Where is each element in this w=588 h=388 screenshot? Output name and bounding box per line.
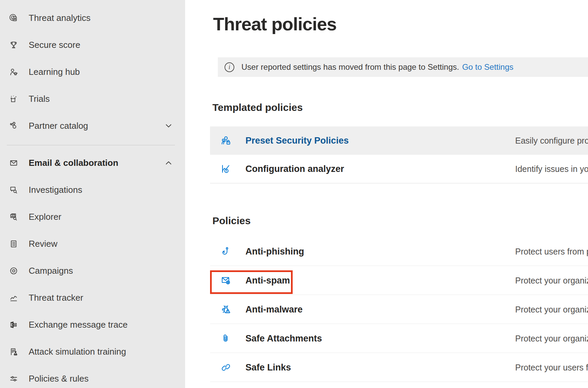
- section-heading-policies: Policies: [212, 215, 251, 227]
- threat-analytics-icon: [9, 13, 19, 23]
- row-description: Easily configure prot: [515, 136, 588, 146]
- attack-simulation-training-icon: [9, 347, 19, 357]
- chevron-up-icon[interactable]: [164, 158, 173, 167]
- email-collaboration-icon: [9, 158, 19, 168]
- row-label[interactable]: Safe Links: [245, 362, 291, 372]
- policies-rules-icon: [9, 374, 19, 384]
- partner-catalog-icon: [9, 121, 19, 131]
- sidebar-divider: [7, 145, 175, 145]
- row-description: Protect your users fr: [515, 362, 588, 372]
- sidebar-item-policies-rules[interactable]: Policies & rules: [0, 365, 185, 388]
- sidebar: Threat analytics Secure score Learning h…: [0, 0, 185, 388]
- anti-spam-icon: [220, 275, 232, 286]
- row-description: Protect your organiz: [515, 333, 588, 343]
- sidebar-item-review[interactable]: Review: [0, 230, 185, 257]
- row-description: Protect your organiz: [515, 275, 588, 285]
- sidebar-item-label: Exchange message trace: [29, 320, 127, 330]
- sidebar-item-investigations[interactable]: Investigations: [0, 176, 185, 203]
- row-description: Protect users from p: [515, 246, 588, 256]
- row-safe-attachments[interactable]: Safe Attachments Protect your organiz: [210, 324, 588, 353]
- go-to-settings-link[interactable]: Go to Settings: [462, 62, 513, 72]
- row-preset-security-policies[interactable]: Preset Security Policies Easily configur…: [210, 126, 588, 155]
- sidebar-item-label: Attack simulation training: [29, 347, 126, 357]
- investigations-icon: [9, 185, 19, 195]
- sidebar-item-email-collaboration[interactable]: Email & collaboration: [0, 149, 185, 176]
- section-heading-templated-policies: Templated policies: [212, 102, 303, 113]
- sidebar-item-secure-score[interactable]: Secure score: [0, 31, 185, 58]
- sidebar-item-campaigns[interactable]: Campaigns: [0, 257, 185, 284]
- row-anti-malware[interactable]: Anti-malware Protect your organiz: [210, 295, 588, 324]
- sidebar-item-exchange-message-trace[interactable]: Exchange message trace: [0, 311, 185, 338]
- trials-icon: [9, 94, 19, 104]
- sidebar-item-attack-simulation-training[interactable]: Attack simulation training: [0, 338, 185, 365]
- sidebar-item-explorer[interactable]: Explorer: [0, 203, 185, 230]
- sidebar-item-trials[interactable]: Trials: [0, 85, 185, 112]
- sidebar-item-partner-catalog[interactable]: Partner catalog: [0, 112, 185, 139]
- anti-malware-icon: [220, 304, 232, 315]
- sidebar-item-label: Learning hub: [29, 67, 80, 77]
- threat-tracker-icon: [9, 293, 19, 303]
- row-label[interactable]: Anti-spam: [245, 275, 290, 286]
- sidebar-item-label: Campaigns: [29, 266, 73, 276]
- page-title: Threat policies: [213, 13, 336, 34]
- explorer-icon: [9, 212, 19, 222]
- secure-score-icon: [9, 40, 19, 50]
- anti-phishing-icon: [220, 246, 232, 257]
- safe-attachments-icon: [220, 333, 232, 344]
- configuration-analyzer-icon: [220, 163, 232, 175]
- row-safe-links[interactable]: Safe Links Protect your users fr: [210, 353, 588, 382]
- sidebar-item-label: Threat analytics: [29, 13, 91, 23]
- sidebar-item-label: Investigations: [29, 185, 82, 195]
- review-icon: [9, 239, 19, 249]
- exchange-message-trace-icon: [9, 320, 19, 330]
- banner-message: User reported settings has moved from th…: [241, 62, 459, 72]
- safe-links-icon: [220, 362, 232, 373]
- row-label[interactable]: Preset Security Policies: [245, 136, 349, 146]
- sidebar-item-label: Trials: [29, 94, 50, 104]
- chevron-down-icon[interactable]: [164, 121, 173, 130]
- row-configuration-analyzer[interactable]: Configuration analyzer Identify issues i…: [210, 155, 588, 183]
- sidebar-item-label: Threat tracker: [29, 293, 83, 303]
- sidebar-item-threat-tracker[interactable]: Threat tracker: [0, 284, 185, 311]
- info-icon: i: [225, 62, 234, 72]
- sidebar-item-label: Policies & rules: [29, 374, 89, 384]
- sidebar-item-label: Email & collaboration: [29, 158, 118, 168]
- row-anti-phishing[interactable]: Anti-phishing Protect users from p: [210, 237, 588, 266]
- sidebar-item-learning-hub[interactable]: Learning hub: [0, 58, 185, 85]
- sidebar-item-label: Partner catalog: [29, 121, 88, 131]
- preset-security-policies-icon: [220, 135, 232, 146]
- row-anti-spam[interactable]: Anti-spam Protect your organiz: [210, 266, 588, 295]
- sidebar-item-label: Explorer: [29, 212, 61, 222]
- sidebar-item-label: Review: [29, 239, 57, 249]
- row-label[interactable]: Configuration analyzer: [245, 164, 344, 174]
- info-banner: i User reported settings has moved from …: [218, 57, 588, 77]
- row-description: Identify issues in you: [515, 164, 588, 174]
- row-label[interactable]: Anti-phishing: [245, 246, 304, 257]
- row-label[interactable]: Anti-malware: [245, 304, 303, 315]
- learning-hub-icon: [9, 67, 19, 77]
- row-label[interactable]: Safe Attachments: [245, 333, 322, 344]
- campaigns-icon: [9, 266, 19, 276]
- sidebar-item-threat-analytics[interactable]: Threat analytics: [0, 4, 185, 31]
- row-description: Protect your organiz: [515, 304, 588, 314]
- sidebar-item-label: Secure score: [29, 40, 80, 50]
